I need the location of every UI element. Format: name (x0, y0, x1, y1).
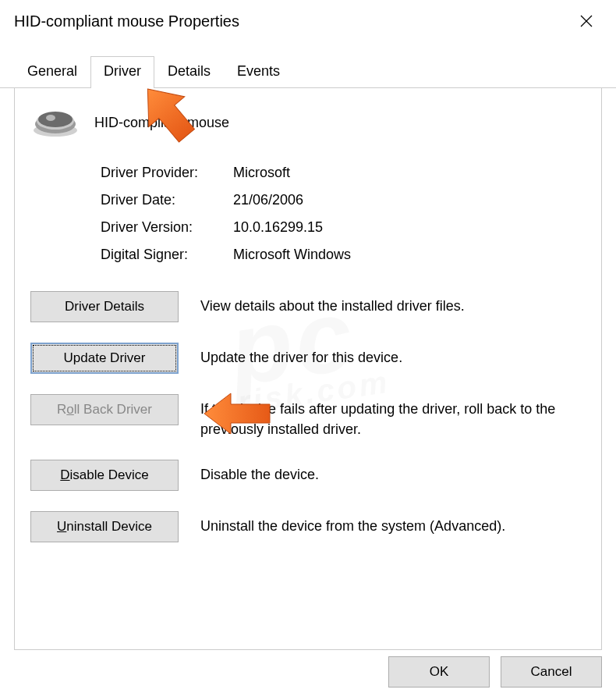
driver-info: Driver Provider: Microsoft Driver Date: … (101, 165, 586, 263)
driver-details-button[interactable]: Driver Details (30, 291, 179, 322)
provider-label: Driver Provider: (101, 165, 233, 181)
svg-point-6 (46, 115, 55, 121)
update-driver-button[interactable]: Update Driver (30, 343, 179, 374)
uninstall-device-desc: Uninstall the device from the system (Ad… (200, 511, 586, 536)
mouse-icon (30, 104, 80, 141)
cancel-button[interactable]: Cancel (501, 656, 602, 688)
date-label: Driver Date: (101, 192, 233, 208)
version-value: 10.0.16299.15 (233, 219, 323, 236)
tab-details[interactable]: Details (154, 56, 224, 87)
tab-content-driver: HID-compliant mouse Driver Provider: Mic… (14, 88, 602, 650)
tab-driver[interactable]: Driver (90, 56, 154, 88)
signer-value: Microsoft Windows (233, 247, 351, 263)
version-label: Driver Version: (101, 219, 233, 236)
tabs-row: General Driver Details Events (0, 41, 616, 88)
update-driver-desc: Update the driver for this device. (200, 343, 586, 368)
signer-label: Digital Signer: (101, 247, 233, 263)
provider-value: Microsoft (233, 165, 290, 181)
disable-device-button[interactable]: Disable Device (30, 460, 179, 491)
tab-general[interactable]: General (14, 56, 90, 87)
svg-point-5 (38, 112, 73, 127)
disable-device-desc: Disable the device. (200, 460, 586, 485)
titlebar: HID-compliant mouse Properties (0, 0, 616, 41)
ok-button[interactable]: OK (388, 656, 490, 688)
window-title: HID-compliant mouse Properties (14, 12, 239, 30)
date-value: 21/06/2006 (233, 192, 303, 208)
device-name: HID-compliant mouse (94, 115, 229, 131)
rollback-driver-button: Roll Back Driver (30, 394, 179, 425)
close-icon (580, 15, 593, 27)
uninstall-device-button[interactable]: Uninstall Device (30, 511, 179, 542)
dialog-footer: OK Cancel (388, 656, 602, 688)
driver-details-desc: View details about the installed driver … (200, 291, 586, 316)
rollback-driver-desc: If the device fails after updating the d… (200, 394, 586, 439)
device-header: HID-compliant mouse (30, 104, 586, 141)
close-button[interactable] (571, 9, 602, 33)
tab-events[interactable]: Events (224, 56, 293, 87)
